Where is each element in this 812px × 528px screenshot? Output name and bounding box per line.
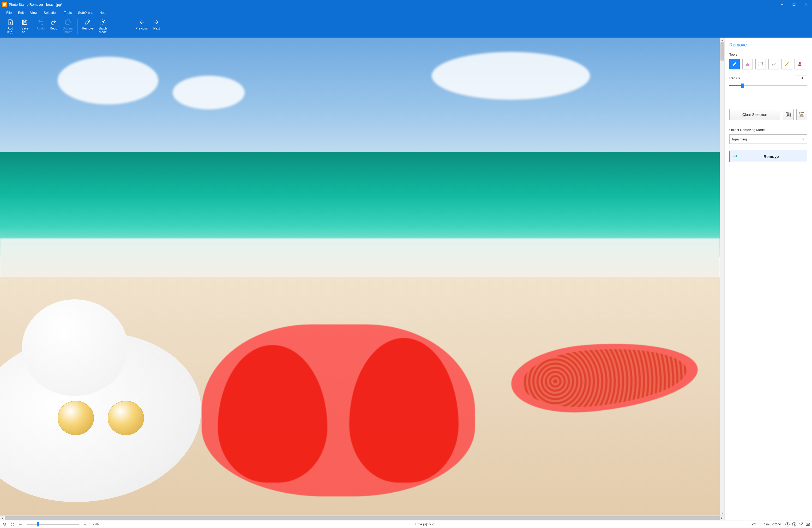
arrow-right-icon [733, 154, 738, 159]
status-bar: 1 50% Time (s): 5.7 JPG 1920x1279 [0, 520, 812, 528]
save-as-button[interactable]: Save as... [18, 17, 31, 36]
zoom-out-button[interactable] [17, 521, 24, 527]
close-button[interactable] [800, 0, 812, 9]
load-selection-button[interactable] [796, 109, 807, 120]
zoom-value: 50% [92, 522, 99, 526]
svg-line-15 [5, 525, 6, 526]
next-button[interactable]: Next [150, 17, 163, 36]
undo-button: Undo [34, 17, 47, 36]
undo-icon [38, 18, 44, 26]
info-icon[interactable] [785, 522, 790, 527]
image-canvas[interactable] [0, 38, 720, 515]
svg-line-8 [88, 21, 89, 22]
app-icon [2, 2, 7, 7]
svg-rect-6 [24, 20, 26, 21]
menu-edit[interactable]: Edit [15, 10, 26, 15]
facebook-icon[interactable] [792, 522, 797, 527]
remove-tool-button[interactable]: Remove [79, 17, 96, 36]
hat-object [0, 291, 202, 501]
previous-button[interactable]: Previous [133, 17, 150, 36]
mode-label: Object Removing Mode [729, 128, 807, 132]
tool-stamp[interactable] [795, 59, 805, 69]
zoom-slider[interactable] [27, 524, 79, 525]
chevron-down-icon: ▼ [802, 138, 804, 141]
canvas-wrap: ▲ ▼ ◄ ► [0, 38, 724, 520]
tool-marker[interactable] [729, 59, 740, 69]
radius-slider[interactable] [729, 83, 807, 88]
redo-button[interactable]: Redo [47, 17, 60, 36]
panel-title: Remove [729, 42, 807, 48]
svg-point-24 [793, 522, 796, 526]
window-controls [776, 0, 812, 9]
canvas-viewport[interactable]: ▲ ▼ [0, 38, 724, 515]
title-bar: Photo Stamp Remover - beach.jpg* [0, 0, 812, 9]
hscroll-thumb[interactable] [5, 516, 720, 520]
social-links [785, 522, 810, 527]
menu-selection[interactable]: Selection [41, 10, 60, 15]
svg-rect-10 [759, 62, 763, 66]
side-panel: Remove Tools Radius Clear Selection [724, 38, 812, 520]
add-file-icon [7, 18, 14, 26]
menu-help[interactable]: Help [97, 10, 109, 15]
maximize-button[interactable] [788, 0, 800, 9]
tool-magic-wand[interactable] [782, 59, 792, 69]
scroll-left-icon[interactable]: ◄ [0, 516, 5, 519]
svg-rect-1 [793, 3, 795, 6]
batch-mode-button[interactable]: Batch Mode [96, 17, 110, 36]
radius-label: Radius [729, 76, 740, 80]
gear-icon [99, 18, 106, 26]
zoom-actual-button[interactable]: 1 [2, 521, 8, 527]
time-label: Time (s): 5.7 [415, 522, 434, 526]
revert-icon [64, 18, 71, 26]
menu-softorbits[interactable]: SoftOrbits [75, 10, 96, 15]
format-label: JPG [750, 522, 756, 526]
save-icon [21, 18, 28, 26]
arrow-left-icon [138, 18, 145, 26]
ribbon-toolbar: Add File(s)... Save as... Undo Redo Orig… [0, 16, 812, 38]
dimensions-label: 1920x1279 [764, 522, 781, 526]
svg-point-23 [787, 523, 787, 523]
remove-button[interactable]: Remove [729, 151, 807, 162]
arrow-right-icon [153, 18, 160, 26]
scroll-down-icon[interactable]: ▼ [720, 511, 724, 515]
zoom-fit-button[interactable] [10, 521, 16, 527]
svg-text:1: 1 [4, 523, 5, 525]
vertical-scrollbar[interactable]: ▲ ▼ [720, 38, 724, 515]
menu-bar: File Edit View Selection Tools SoftOrbit… [0, 9, 812, 16]
radius-input[interactable] [796, 75, 807, 81]
menu-tools[interactable]: Tools [61, 10, 74, 15]
mode-dropdown[interactable]: Inpainting ▼ [729, 134, 807, 144]
minimize-button[interactable] [776, 0, 788, 9]
original-image-button: Original Image [60, 17, 76, 36]
svg-rect-12 [786, 113, 791, 117]
mode-value: Inpainting [732, 137, 747, 141]
main-area: ▲ ▼ ◄ ► Remove Tools Radius [0, 38, 812, 520]
redo-icon [50, 18, 57, 26]
twitter-icon[interactable] [798, 522, 804, 527]
selection-mask-flipflops [202, 325, 475, 496]
tools-label: Tools [729, 53, 807, 56]
tool-rect-select[interactable] [755, 59, 766, 69]
youtube-icon[interactable] [805, 522, 810, 527]
window-title: Photo Stamp Remover - beach.jpg* [9, 3, 62, 6]
svg-rect-7 [24, 23, 26, 25]
menu-view[interactable]: View [27, 10, 40, 15]
scroll-thumb[interactable] [721, 42, 724, 60]
menu-file[interactable]: File [4, 10, 14, 15]
tool-row [729, 59, 807, 69]
scroll-right-icon[interactable]: ► [720, 516, 724, 519]
save-selection-button[interactable] [783, 109, 794, 120]
zoom-in-button[interactable] [82, 521, 88, 527]
tool-lasso[interactable] [768, 59, 779, 69]
eraser-icon [84, 18, 91, 26]
sunglasses-object [58, 401, 144, 439]
horizontal-scrollbar[interactable]: ◄ ► [0, 515, 724, 520]
tool-eraser[interactable] [742, 59, 753, 69]
clear-selection-button[interactable]: Clear Selection [729, 109, 780, 120]
scroll-up-icon[interactable]: ▲ [720, 38, 724, 42]
add-files-button[interactable]: Add File(s)... [2, 17, 18, 36]
svg-rect-11 [798, 66, 801, 66]
svg-point-9 [102, 22, 104, 23]
